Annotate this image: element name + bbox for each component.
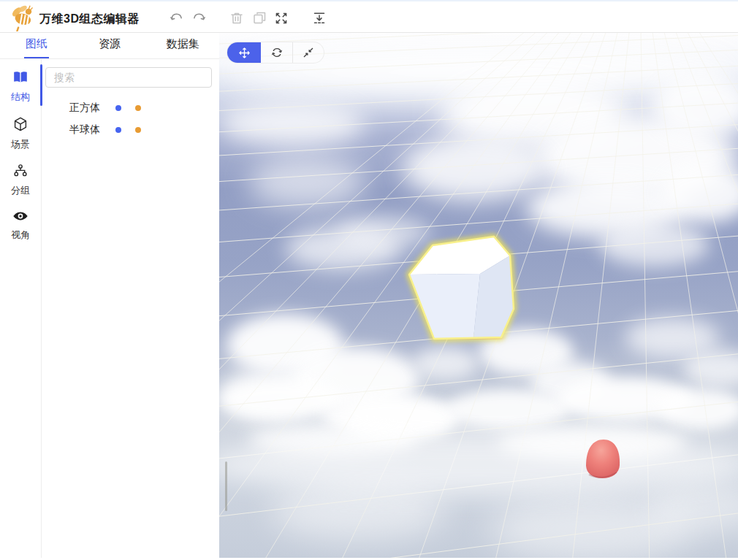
trash-icon [229,10,245,26]
cube-object[interactable] [409,237,514,339]
move-icon [238,47,251,59]
tree-row-cube-label: 正方体 [69,101,100,115]
rotate-tool-button[interactable] [261,42,292,63]
app-title: 万维3D组态编辑器 [39,12,140,27]
orange-status-dot [135,105,141,111]
tree-row-cube[interactable]: 正方体 [45,97,213,119]
hemisphere-object[interactable] [586,440,620,478]
blue-status-dot [115,127,121,133]
tab-drawing-label: 图纸 [24,33,49,58]
cube-outline-icon [12,116,28,135]
book-icon [12,70,28,88]
left-sidebar: 图纸 资源 数据集 [0,33,219,558]
structure-panel: 正方体 半球体 [42,59,219,558]
tab-dataset[interactable]: 数据集 [146,33,219,58]
rail-item-scene-label: 场景 [11,138,30,151]
object-tree: 正方体 半球体 [45,97,213,141]
rotate-icon [270,46,284,59]
move-tool-button[interactable] [227,42,261,63]
active-rail-indicator [40,64,42,106]
search-input[interactable] [45,67,212,88]
viewport-scrollbar[interactable] [225,461,227,511]
topbar: 万维3D组态编辑器 [0,0,738,33]
app-window: 万维3D组态编辑器 [0,0,738,560]
rail-item-structure-label: 结构 [11,91,30,104]
delete-button[interactable] [228,9,246,27]
undo-button[interactable] [168,9,186,27]
tab-dataset-label: 数据集 [165,33,201,58]
rail-item-view[interactable]: 视角 [0,210,41,242]
rail-item-group[interactable]: 分组 [0,164,41,197]
eye-icon [12,210,29,226]
redo-button[interactable] [190,9,208,27]
export-button[interactable] [311,9,328,27]
group-tree-icon [12,164,28,181]
collapse-tool-button[interactable] [292,42,324,63]
rail-item-group-label: 分组 [11,184,30,197]
rail-item-structure[interactable]: 结构 [0,70,41,104]
scene-objects [219,33,738,558]
blue-status-dot [115,105,121,111]
rail-item-scene[interactable]: 场景 [0,116,41,151]
tab-resources-label: 资源 [97,33,122,58]
tab-resources[interactable]: 资源 [73,33,146,58]
tab-bar: 图纸 资源 数据集 [0,33,219,59]
export-icon [311,10,327,26]
app-logo-bee-icon [9,4,38,34]
brand: 万维3D组态编辑器 [9,4,140,34]
rail-item-view-label: 视角 [11,229,30,242]
tree-row-hemisphere-label: 半球体 [69,123,100,137]
fullscreen-button[interactable] [273,9,290,27]
tree-row-hemisphere[interactable]: 半球体 [45,119,213,141]
undo-icon [169,10,185,26]
tab-drawing[interactable]: 图纸 [0,33,73,58]
redo-icon [191,10,207,26]
viewport-canvas[interactable] [219,33,738,558]
fullscreen-icon [273,10,289,26]
copy-icon [251,10,267,26]
copy-button[interactable] [251,9,268,27]
viewport-toolbar [227,42,324,64]
collapse-icon [303,47,314,58]
orange-status-dot [135,127,141,133]
icon-rail: 结构 场景 [0,59,42,558]
